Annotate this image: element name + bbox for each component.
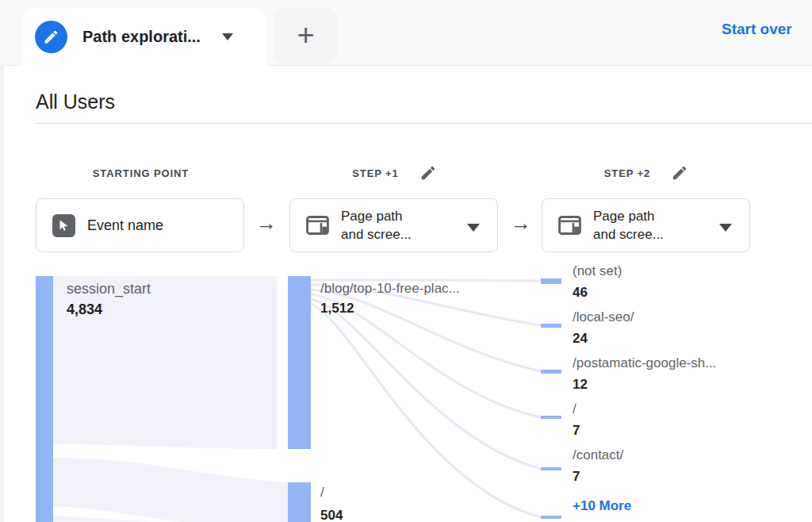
node-value: 4,834 — [67, 301, 102, 318]
node-label: / — [320, 485, 324, 501]
node-label: /contact/ — [573, 447, 623, 463]
node-value: 12 — [573, 377, 588, 393]
node-value: 1,512 — [320, 301, 354, 317]
node-bar-root-page[interactable] — [288, 482, 311, 522]
node-bar-session-start[interactable] — [36, 276, 53, 522]
node-bar-local-seo[interactable] — [541, 324, 561, 328]
node-bar-postamatic[interactable] — [541, 370, 561, 374]
node-value: 7 — [573, 423, 580, 439]
path-diagram-flows — [0, 0, 812, 522]
flow-session-to-next — [53, 516, 155, 522]
link-blog-to-contact — [311, 299, 541, 469]
node-value: 504 — [320, 508, 343, 522]
node-label: /blog/top-10-free-plac... — [320, 281, 460, 297]
more-nodes-link[interactable]: +10 More — [573, 498, 631, 514]
node-value: 7 — [573, 469, 580, 485]
node-label: / — [573, 401, 576, 417]
node-label: session_start — [67, 281, 151, 297]
node-label: /local-seo/ — [573, 309, 634, 325]
node-bar-contact[interactable] — [541, 467, 561, 470]
node-value: 46 — [573, 285, 588, 301]
node-value: 24 — [573, 331, 588, 347]
node-bar-root2[interactable] — [541, 416, 561, 419]
link-blog-to-more — [311, 304, 541, 517]
flow-session-to-root — [53, 458, 288, 522]
node-label: /postamatic-google-sh... — [573, 355, 716, 371]
node-bar-more[interactable] — [541, 516, 561, 519]
node-label: (not set) — [573, 263, 622, 279]
node-bar-blog-page[interactable] — [288, 276, 311, 449]
node-bar-not-set[interactable] — [541, 278, 561, 284]
path-exploration-screen: Path explorati... + Start over All Users… — [0, 0, 812, 522]
